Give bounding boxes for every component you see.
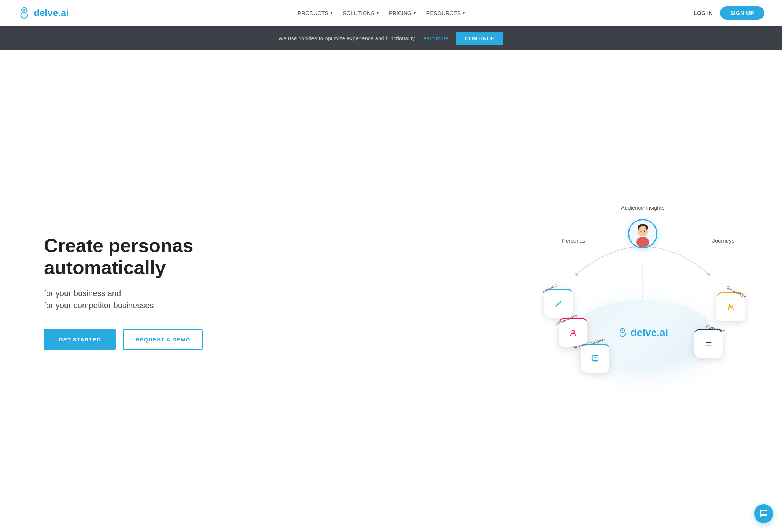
svg-line-18 <box>558 302 561 303</box>
hero-content: Create personas automatically for your b… <box>44 235 220 350</box>
svg-point-14 <box>556 305 557 307</box>
svg-point-11 <box>644 231 645 232</box>
platform-logo: delve.ai <box>617 327 668 339</box>
logo[interactable]: delve.ai <box>18 7 69 20</box>
svg-point-9 <box>639 226 646 232</box>
voice-icon <box>591 355 599 363</box>
hero-diagram: Audience Insights Personas Journeys <box>533 190 753 395</box>
card-voice <box>580 344 610 373</box>
platform-logo-icon <box>617 328 628 338</box>
cookie-learn-more[interactable]: Learn more <box>420 35 449 41</box>
signup-button[interactable]: SIGN UP <box>720 6 764 20</box>
svg-point-15 <box>558 303 559 304</box>
nav-resources[interactable]: RESOURCES ▾ <box>426 10 465 16</box>
cookie-banner: We use cookies to optimize experience an… <box>0 26 782 50</box>
svg-point-1 <box>23 9 25 11</box>
competitors-icon <box>727 303 735 311</box>
cookie-continue-button[interactable]: CONTINUE <box>456 32 503 45</box>
svg-point-4 <box>707 273 710 276</box>
navbar: delve.ai PRODUCTS ▾ SOLUTIONS ▾ PRICING … <box>0 0 782 26</box>
chat-bubble[interactable] <box>754 504 773 523</box>
chevron-down-icon: ▾ <box>377 11 379 15</box>
label-personas: Personas <box>562 237 585 244</box>
analytics-icon <box>554 300 562 308</box>
chevron-down-icon: ▾ <box>463 11 465 15</box>
hero-buttons: GET STARTED REQUEST A DEMO <box>44 329 220 350</box>
social-icon <box>569 329 577 337</box>
nav-products[interactable]: PRODUCTS ▾ <box>298 10 332 16</box>
svg-point-3 <box>575 273 578 276</box>
svg-line-17 <box>557 304 559 305</box>
nav-solutions[interactable]: SOLUTIONS ▾ <box>343 10 379 16</box>
get-started-button[interactable]: GET STARTED <box>44 329 116 350</box>
logo-icon <box>18 7 31 20</box>
customers-icon <box>705 340 713 348</box>
chevron-down-icon: ▾ <box>414 11 416 15</box>
hero-subtitle: for your business and for your competito… <box>44 287 220 311</box>
hero-title: Create personas automatically <box>44 235 220 279</box>
chevron-down-icon: ▾ <box>331 11 332 15</box>
person-icon <box>630 221 656 247</box>
persona-avatar <box>628 219 657 248</box>
svg-point-13 <box>621 329 623 331</box>
label-audience-insights: Audience Insights <box>621 204 664 211</box>
nav-actions: LOG IN SIGN UP <box>694 6 764 20</box>
logo-text: delve.ai <box>34 7 69 19</box>
card-customers <box>694 329 723 358</box>
request-demo-button[interactable]: REQUEST A DEMO <box>123 329 203 350</box>
hero-section: Create personas automatically for your b… <box>0 50 782 532</box>
platform-name: delve.ai <box>631 327 668 339</box>
nav-pricing[interactable]: PRICING ▾ <box>389 10 416 16</box>
login-button[interactable]: LOG IN <box>694 10 713 16</box>
card-analytics <box>544 289 573 318</box>
chat-icon <box>759 509 768 518</box>
nav-links: PRODUCTS ▾ SOLUTIONS ▾ PRICING ▾ RESOURC… <box>298 10 465 16</box>
svg-point-10 <box>641 231 642 232</box>
label-journeys: Journeys <box>712 237 734 244</box>
svg-point-16 <box>560 301 561 303</box>
svg-point-19 <box>572 330 574 333</box>
cookie-text: We use cookies to optimize experience an… <box>279 35 416 41</box>
